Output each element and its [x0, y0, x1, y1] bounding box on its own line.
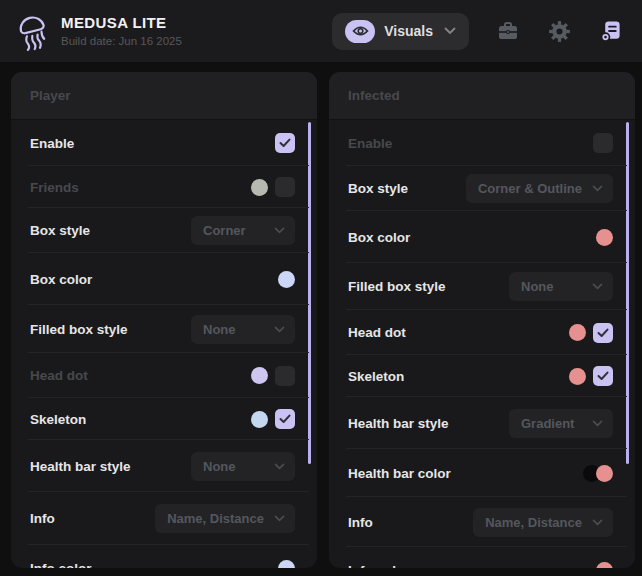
setting-row-head-dot: Head dot: [329, 310, 635, 355]
setting-row-enable: Enable: [11, 120, 317, 166]
dropdown-value: None: [521, 279, 554, 294]
gear-icon: [548, 20, 571, 43]
setting-row-enable: Enable: [329, 120, 635, 166]
setting-row-info: InfoName, Distance: [329, 497, 635, 547]
dropdown-health-bar-style[interactable]: Gradient: [509, 409, 613, 438]
row-controls: Corner & Outline: [466, 174, 613, 203]
checkbox-head-dot[interactable]: [275, 366, 295, 386]
setting-row-health-bar-style: Health bar styleNone: [11, 440, 317, 492]
setting-label: Box style: [30, 223, 90, 238]
setting-row-box-style: Box styleCorner: [11, 208, 317, 253]
setting-label: Skeleton: [30, 412, 86, 427]
color-swatch[interactable]: [251, 179, 268, 196]
setting-row-skeleton: Skeleton: [11, 398, 317, 440]
setting-label: Friends: [30, 180, 79, 195]
panel-title: Infected: [348, 88, 400, 103]
chevron-down-icon: [274, 515, 285, 522]
chevron-down-icon: [592, 519, 603, 526]
color-swatch[interactable]: [596, 465, 613, 482]
dropdown-value: Gradient: [521, 416, 574, 431]
setting-label: Head dot: [348, 325, 406, 340]
setting-label: Filled box style: [348, 279, 446, 294]
dropdown-value: Name, Distance: [485, 515, 582, 530]
dropdown-box-style[interactable]: Corner: [191, 216, 295, 245]
checkbox-head-dot[interactable]: [593, 323, 613, 343]
checkbox-skeleton[interactable]: [593, 366, 613, 386]
setting-row-health-bar-color: Health bar color: [329, 449, 635, 497]
setting-row-filled-box-style: Filled box styleNone: [11, 305, 317, 353]
setting-row-filled-box-style: Filled box styleNone: [329, 263, 635, 310]
setting-row-info-color: Info color: [11, 545, 317, 568]
color-swatch[interactable]: [251, 367, 268, 384]
setting-label: Box style: [348, 181, 408, 196]
dropdown-value: Corner: [203, 223, 246, 238]
row-controls: Name, Distance: [473, 508, 613, 537]
dropdown-filled-box-style[interactable]: None: [191, 315, 295, 344]
color-swatch[interactable]: [278, 271, 295, 288]
dropdown-info[interactable]: Name, Distance: [473, 508, 613, 537]
dropdown-value: None: [203, 322, 236, 337]
row-controls: None: [509, 272, 613, 301]
setting-row-friends: Friends: [11, 166, 317, 208]
row-controls: [278, 271, 295, 288]
setting-label: Info: [348, 515, 373, 530]
dropdown-info[interactable]: Name, Distance: [155, 504, 295, 533]
row-controls: [275, 133, 295, 153]
app-title: MEDUSA LITE: [61, 14, 182, 33]
color-swatch[interactable]: [596, 229, 613, 246]
dropdown-filled-box-style[interactable]: None: [509, 272, 613, 301]
titlebar: MEDUSA LITE Build date: Jun 16 2025 Visu…: [0, 0, 642, 62]
setting-label: Box color: [348, 230, 410, 245]
checkbox-enable[interactable]: [275, 133, 295, 153]
panel-player-body: EnableFriendsBox styleCornerBox colorFil…: [11, 120, 317, 568]
chevron-down-icon: [274, 463, 285, 470]
color-swatch[interactable]: [251, 411, 268, 428]
setting-row-box-color: Box color: [329, 211, 635, 263]
row-controls: None: [191, 452, 295, 481]
setting-label: Enable: [348, 136, 392, 151]
color-swatch[interactable]: [569, 324, 586, 341]
setting-row-health-bar-style: Health bar styleGradient: [329, 397, 635, 449]
color-swatch[interactable]: [278, 560, 295, 569]
checkbox-enable[interactable]: [593, 133, 613, 153]
eye-icon: [345, 20, 375, 43]
row-controls: Corner: [191, 216, 295, 245]
row-controls: [251, 409, 295, 429]
title-block: MEDUSA LITE Build date: Jun 16 2025: [61, 14, 182, 48]
chevron-down-icon: [274, 326, 285, 333]
panel-infected: Infected EnableBox styleCorner & Outline…: [329, 72, 635, 568]
setting-row-info-color: Info color: [329, 547, 635, 568]
chevron-down-icon: [444, 27, 456, 35]
row-controls: [569, 366, 613, 386]
toolbox-button[interactable]: [496, 19, 520, 43]
setting-row-box-color: Box color: [11, 253, 317, 305]
header-toolbar: Visuals: [332, 13, 622, 50]
setting-label: Head dot: [30, 368, 88, 383]
row-controls: [596, 562, 613, 569]
setting-label: Health bar style: [348, 416, 449, 431]
dropdown-health-bar-style[interactable]: None: [191, 452, 295, 481]
license-button[interactable]: [598, 19, 622, 43]
settings-area: Player EnableFriendsBox styleCornerBox c…: [0, 62, 642, 568]
settings-button[interactable]: [547, 19, 571, 43]
setting-label: Box color: [30, 272, 92, 287]
row-controls: Name, Distance: [155, 504, 295, 533]
row-controls: [596, 229, 613, 246]
panel-infected-body: EnableBox styleCorner & OutlineBox color…: [329, 120, 635, 568]
panel-player-header: Player: [11, 72, 317, 120]
setting-row-box-style: Box styleCorner & Outline: [329, 166, 635, 211]
tab-selector-visuals[interactable]: Visuals: [332, 13, 469, 50]
tab-selector-label: Visuals: [384, 23, 433, 39]
dropdown-box-style[interactable]: Corner & Outline: [466, 174, 613, 203]
panel-player: Player EnableFriendsBox styleCornerBox c…: [11, 72, 317, 568]
color-swatch[interactable]: [596, 562, 613, 569]
chevron-down-icon: [274, 227, 285, 234]
checkbox-skeleton[interactable]: [275, 409, 295, 429]
color-swatch[interactable]: [569, 368, 586, 385]
setting-label: Filled box style: [30, 322, 128, 337]
dropdown-value: Corner & Outline: [478, 181, 582, 196]
row-controls: [583, 465, 613, 482]
setting-label: Enable: [30, 136, 74, 151]
checkbox-friends[interactable]: [275, 177, 295, 197]
setting-label: Info color: [348, 563, 410, 569]
